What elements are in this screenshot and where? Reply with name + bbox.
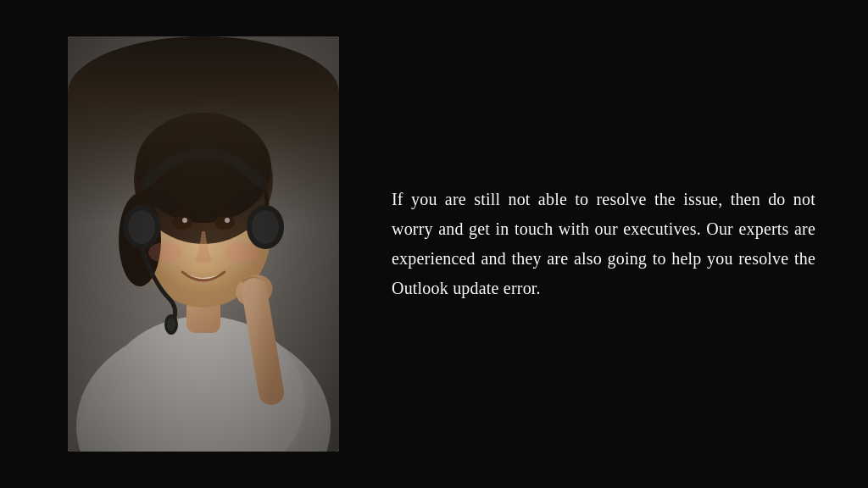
svg-point-12 (225, 218, 230, 223)
main-paragraph: If you are still not able to resolve the… (392, 185, 815, 303)
svg-point-7 (136, 113, 271, 223)
main-container: If you are still not able to resolve the… (0, 0, 868, 488)
text-section: If you are still not able to resolve the… (390, 185, 817, 303)
person-photo (68, 36, 339, 452)
hero-image (68, 36, 339, 452)
svg-point-11 (182, 218, 187, 223)
svg-rect-23 (68, 36, 339, 452)
